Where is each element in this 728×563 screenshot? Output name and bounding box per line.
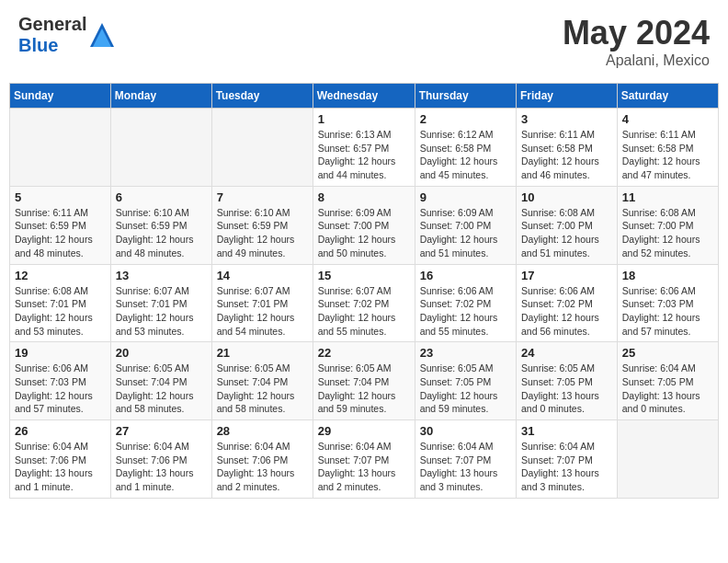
- day-info: Sunrise: 6:05 AMSunset: 7:05 PMDaylight:…: [420, 362, 511, 416]
- day-info: Sunrise: 6:10 AMSunset: 6:59 PMDaylight:…: [116, 206, 207, 260]
- day-info: Sunrise: 6:04 AMSunset: 7:07 PMDaylight:…: [318, 440, 410, 494]
- day-info: Sunrise: 6:07 AMSunset: 7:02 PMDaylight:…: [318, 284, 410, 339]
- day-number: 6: [116, 190, 207, 204]
- day-number: 16: [420, 269, 511, 282]
- day-number: 22: [318, 346, 410, 360]
- day-info: Sunrise: 6:13 AMSunset: 6:57 PMDaylight:…: [318, 128, 410, 182]
- calendar-day-cell: 28Sunrise: 6:04 AMSunset: 7:06 PMDayligh…: [211, 420, 313, 499]
- day-number: 13: [116, 269, 207, 282]
- day-number: 24: [521, 346, 612, 360]
- day-info: Sunrise: 6:04 AMSunset: 7:07 PMDaylight:…: [420, 440, 511, 494]
- calendar-header-row: SundayMondayTuesdayWednesdayThursdayFrid…: [10, 84, 719, 109]
- day-info: Sunrise: 6:04 AMSunset: 7:06 PMDaylight:…: [15, 440, 106, 494]
- calendar-day-cell: 14Sunrise: 6:07 AMSunset: 7:01 PMDayligh…: [211, 264, 313, 342]
- day-info: Sunrise: 6:05 AMSunset: 7:04 PMDaylight:…: [116, 362, 207, 416]
- day-of-week-header: Monday: [110, 84, 211, 109]
- day-number: 15: [318, 269, 410, 282]
- day-number: 30: [420, 424, 511, 438]
- day-number: 2: [420, 112, 511, 126]
- calendar-day-cell: [10, 109, 111, 187]
- day-info: Sunrise: 6:05 AMSunset: 7:04 PMDaylight:…: [217, 362, 308, 416]
- day-of-week-header: Saturday: [617, 84, 718, 109]
- day-info: Sunrise: 6:04 AMSunset: 7:05 PMDaylight:…: [622, 362, 713, 416]
- day-number: 8: [318, 190, 410, 204]
- logo-icon: [88, 21, 116, 49]
- day-number: 5: [15, 190, 106, 204]
- calendar-day-cell: 2Sunrise: 6:12 AMSunset: 6:58 PMDaylight…: [415, 109, 516, 187]
- day-info: Sunrise: 6:06 AMSunset: 7:03 PMDaylight:…: [15, 362, 106, 416]
- day-of-week-header: Sunday: [10, 84, 111, 109]
- calendar-day-cell: [110, 109, 211, 187]
- day-number: 25: [622, 346, 713, 360]
- calendar-day-cell: 3Sunrise: 6:11 AMSunset: 6:58 PMDaylight…: [517, 109, 618, 187]
- logo-general: General: [18, 14, 86, 34]
- day-info: Sunrise: 6:07 AMSunset: 7:01 PMDaylight:…: [217, 284, 308, 339]
- calendar-day-cell: [617, 420, 718, 499]
- calendar-day-cell: 12Sunrise: 6:08 AMSunset: 7:01 PMDayligh…: [10, 264, 111, 342]
- calendar-day-cell: 26Sunrise: 6:04 AMSunset: 7:06 PMDayligh…: [10, 420, 111, 499]
- calendar-day-cell: 4Sunrise: 6:11 AMSunset: 6:58 PMDaylight…: [617, 109, 718, 187]
- day-info: Sunrise: 6:11 AMSunset: 6:58 PMDaylight:…: [521, 128, 612, 182]
- calendar-week-row: 12Sunrise: 6:08 AMSunset: 7:01 PMDayligh…: [10, 264, 719, 342]
- calendar-day-cell: 15Sunrise: 6:07 AMSunset: 7:02 PMDayligh…: [313, 264, 415, 342]
- day-info: Sunrise: 6:07 AMSunset: 7:01 PMDaylight:…: [116, 284, 207, 339]
- day-info: Sunrise: 6:11 AMSunset: 6:59 PMDaylight:…: [15, 206, 106, 260]
- day-info: Sunrise: 6:05 AMSunset: 7:05 PMDaylight:…: [521, 362, 612, 416]
- calendar-day-cell: 27Sunrise: 6:04 AMSunset: 7:06 PMDayligh…: [110, 420, 211, 499]
- day-info: Sunrise: 6:12 AMSunset: 6:58 PMDaylight:…: [420, 128, 511, 182]
- calendar-day-cell: 30Sunrise: 6:04 AMSunset: 7:07 PMDayligh…: [415, 420, 516, 499]
- logo-text: General Blue: [18, 14, 86, 56]
- calendar-day-cell: 18Sunrise: 6:06 AMSunset: 7:03 PMDayligh…: [617, 264, 718, 342]
- calendar-day-cell: 8Sunrise: 6:09 AMSunset: 7:00 PMDaylight…: [313, 186, 415, 264]
- day-info: Sunrise: 6:06 AMSunset: 7:02 PMDaylight:…: [420, 284, 511, 339]
- calendar-title: May 2024: [563, 14, 710, 52]
- day-info: Sunrise: 6:08 AMSunset: 7:01 PMDaylight:…: [15, 284, 106, 339]
- calendar-day-cell: 24Sunrise: 6:05 AMSunset: 7:05 PMDayligh…: [517, 342, 618, 420]
- calendar-day-cell: 13Sunrise: 6:07 AMSunset: 7:01 PMDayligh…: [110, 264, 211, 342]
- calendar-day-cell: 7Sunrise: 6:10 AMSunset: 6:59 PMDaylight…: [211, 186, 313, 264]
- day-of-week-header: Wednesday: [313, 84, 415, 109]
- day-info: Sunrise: 6:08 AMSunset: 7:00 PMDaylight:…: [521, 206, 612, 260]
- day-number: 7: [217, 190, 308, 204]
- calendar-week-row: 19Sunrise: 6:06 AMSunset: 7:03 PMDayligh…: [10, 342, 719, 420]
- calendar-day-cell: 17Sunrise: 6:06 AMSunset: 7:02 PMDayligh…: [517, 264, 618, 342]
- day-info: Sunrise: 6:08 AMSunset: 7:00 PMDaylight:…: [622, 206, 713, 260]
- day-number: 14: [217, 269, 308, 282]
- day-number: 1: [318, 112, 410, 126]
- day-number: 20: [116, 346, 207, 360]
- calendar-day-cell: 6Sunrise: 6:10 AMSunset: 6:59 PMDaylight…: [110, 186, 211, 264]
- day-of-week-header: Tuesday: [211, 84, 313, 109]
- calendar-day-cell: 10Sunrise: 6:08 AMSunset: 7:00 PMDayligh…: [517, 186, 618, 264]
- calendar-day-cell: 22Sunrise: 6:05 AMSunset: 7:04 PMDayligh…: [313, 342, 415, 420]
- calendar-day-cell: 11Sunrise: 6:08 AMSunset: 7:00 PMDayligh…: [617, 186, 718, 264]
- day-number: 26: [15, 424, 106, 438]
- calendar-location: Apalani, Mexico: [563, 52, 710, 69]
- page-header: General Blue May 2024 Apalani, Mexico: [9, 9, 719, 74]
- calendar-day-cell: [211, 109, 313, 187]
- day-number: 28: [217, 424, 308, 438]
- day-number: 17: [521, 269, 612, 282]
- day-number: 9: [420, 190, 511, 204]
- day-info: Sunrise: 6:05 AMSunset: 7:04 PMDaylight:…: [318, 362, 410, 416]
- day-number: 31: [521, 424, 612, 438]
- calendar-day-cell: 1Sunrise: 6:13 AMSunset: 6:57 PMDaylight…: [313, 109, 415, 187]
- day-number: 10: [521, 190, 612, 204]
- day-number: 18: [622, 269, 713, 282]
- day-number: 11: [622, 190, 713, 204]
- day-number: 23: [420, 346, 511, 360]
- calendar-day-cell: 19Sunrise: 6:06 AMSunset: 7:03 PMDayligh…: [10, 342, 111, 420]
- calendar-day-cell: 16Sunrise: 6:06 AMSunset: 7:02 PMDayligh…: [415, 264, 516, 342]
- day-info: Sunrise: 6:04 AMSunset: 7:06 PMDaylight:…: [217, 440, 308, 494]
- calendar-day-cell: 25Sunrise: 6:04 AMSunset: 7:05 PMDayligh…: [617, 342, 718, 420]
- day-info: Sunrise: 6:10 AMSunset: 6:59 PMDaylight:…: [217, 206, 308, 260]
- day-number: 3: [521, 112, 612, 126]
- day-number: 19: [15, 346, 106, 360]
- calendar-day-cell: 29Sunrise: 6:04 AMSunset: 7:07 PMDayligh…: [313, 420, 415, 499]
- day-info: Sunrise: 6:06 AMSunset: 7:02 PMDaylight:…: [521, 284, 612, 339]
- calendar-week-row: 1Sunrise: 6:13 AMSunset: 6:57 PMDaylight…: [10, 109, 719, 187]
- day-number: 4: [622, 112, 713, 126]
- title-block: May 2024 Apalani, Mexico: [563, 14, 710, 69]
- day-of-week-header: Thursday: [415, 84, 516, 109]
- calendar-day-cell: 31Sunrise: 6:04 AMSunset: 7:07 PMDayligh…: [517, 420, 618, 499]
- calendar-day-cell: 21Sunrise: 6:05 AMSunset: 7:04 PMDayligh…: [211, 342, 313, 420]
